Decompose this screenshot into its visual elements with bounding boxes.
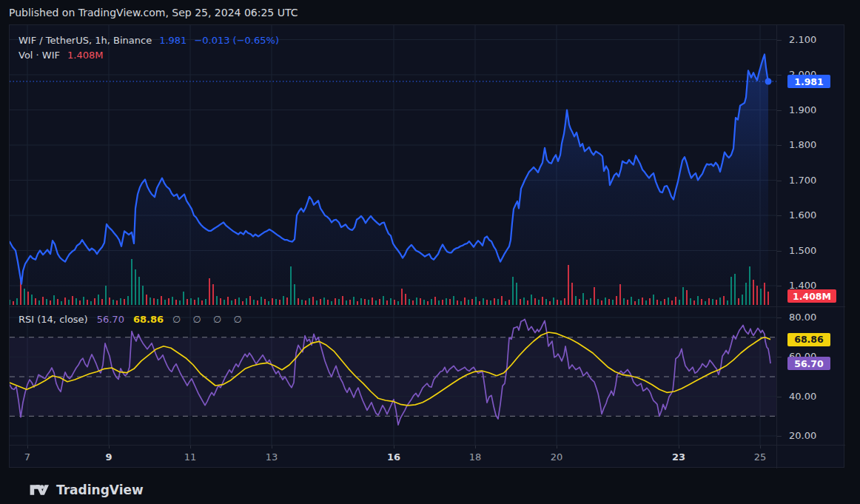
time-axis-tick (760, 446, 761, 448)
axis-tick (777, 317, 782, 318)
price-axis-label: 1.600 (789, 209, 816, 221)
rsi-empty-params: ∅ ∅ ∅ ∅ (172, 314, 246, 325)
rsi-pane[interactable] (10, 307, 776, 445)
last-price-value: 1.981 (159, 33, 187, 48)
time-axis-tick (272, 446, 272, 448)
volume-label: Vol · WIF (19, 48, 60, 63)
time-axis-tick (109, 446, 110, 448)
time-axis-tick (27, 446, 28, 448)
price-pane[interactable] (10, 25, 776, 306)
price-axis-label: 1.500 (789, 245, 816, 257)
volume-badge: 1.408M (787, 289, 836, 303)
rsi-axis-label: 80.00 (789, 312, 816, 323)
rsi-value: 56.70 (97, 314, 124, 325)
price-change-value: −0.013 (−0.65%) (194, 33, 279, 48)
volume-value: 1.408M (67, 48, 103, 63)
volume-row: Vol · WIF 1.408M (19, 48, 279, 63)
last-price-dot (765, 78, 772, 85)
chart-legend: WIF / TetherUS, 1h, Binance 1.981 −0.013… (19, 33, 279, 63)
time-axis-label: 23 (672, 451, 685, 463)
price-axis-label: 1.900 (789, 104, 816, 116)
axis-tick (777, 40, 782, 41)
symbol-title: WIF / TetherUS, 1h, Binance (19, 33, 152, 48)
rsi-axis-label: 40.00 (789, 391, 816, 403)
published-header: Published on TradingView.com, Sep 25, 20… (9, 7, 298, 19)
axis-tick (777, 357, 782, 357)
price-axis-label: 1.800 (789, 139, 816, 151)
axis-tick (777, 181, 782, 181)
time-axis-label: 18 (469, 451, 482, 463)
time-axis-tick (679, 446, 679, 448)
axis-tick (777, 251, 782, 252)
rsi-label: RSI (14, close) (19, 314, 88, 325)
footer-brand-link[interactable]: TradingView (30, 482, 144, 498)
axis-tick (777, 145, 782, 146)
price-axis-label: 2.100 (789, 34, 816, 46)
last-price-badge: 1.981 (787, 75, 830, 88)
time-axis-label: 9 (105, 451, 112, 463)
time-axis-tick (475, 446, 476, 448)
axis-tick (777, 110, 782, 111)
time-axis-label: 11 (184, 451, 197, 463)
tradingview-logo-icon (30, 482, 49, 498)
symbol-row: WIF / TetherUS, 1h, Binance 1.981 −0.013… (19, 33, 279, 48)
price-axis[interactable]: 1.981 1.408M 68.86 56.70 2.1002.0001.900… (776, 25, 844, 468)
rsi-ma-badge: 68.86 (787, 333, 830, 346)
time-axis-tick (190, 446, 191, 448)
axis-tick (777, 397, 782, 397)
rsi-legend: RSI (14, close) 56.70 68.86 ∅ ∅ ∅ ∅ (19, 314, 246, 325)
time-axis-tick (557, 446, 557, 448)
axis-tick (777, 286, 782, 286)
time-axis-label: 25 (754, 451, 767, 463)
time-axis-label: 7 (24, 451, 30, 463)
rsi-ma-value: 68.86 (133, 314, 164, 325)
rsi-band (10, 337, 776, 417)
axis-tick (777, 75, 782, 75)
time-axis-label: 16 (387, 451, 400, 463)
rsi-axis-label: 20.00 (789, 430, 816, 442)
axis-tick (777, 436, 782, 437)
chart-frame: WIF / TetherUS, 1h, Binance 1.981 −0.013… (9, 24, 844, 468)
rsi-badge: 56.70 (787, 357, 830, 370)
time-axis-label: 20 (551, 451, 563, 463)
brand-name: TradingView (56, 483, 144, 497)
time-axis-label: 13 (266, 451, 278, 463)
axis-tick (777, 215, 782, 216)
time-axis[interactable]: 7911131618202325 (10, 446, 776, 468)
time-axis-tick (394, 446, 394, 448)
price-axis-label: 1.700 (789, 175, 816, 187)
